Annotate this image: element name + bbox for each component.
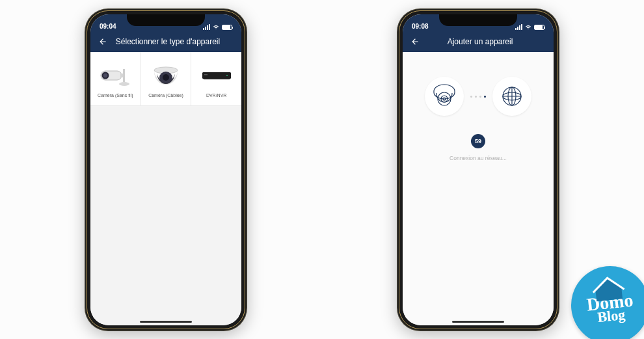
battery-icon — [222, 25, 232, 30]
status-time: 09:04 — [100, 23, 116, 30]
svg-point-2 — [103, 73, 107, 77]
page-title: Sélectionner le type d'appareil — [101, 37, 235, 46]
home-indicator[interactable] — [452, 321, 504, 323]
tile-camera-wireless[interactable]: Caméra (Sans fil) — [90, 52, 141, 105]
phone-right: 09:08 Ajouter un appareil — [397, 8, 559, 331]
wifi-icon — [213, 25, 219, 30]
wifi-icon — [525, 25, 531, 30]
tile-dvr-nvr[interactable]: DVR/NVR — [191, 52, 241, 105]
signal-icon — [515, 24, 522, 30]
globe-icon — [492, 77, 531, 116]
camera-bullet-icon — [97, 61, 133, 89]
notch — [127, 14, 205, 26]
connection-illustration — [425, 77, 531, 116]
camera-dome-icon — [150, 61, 182, 89]
content-area: 59 Connexion au réseau... — [403, 52, 554, 325]
page-title: Ajouter un appareil — [413, 37, 547, 46]
phones-container: 09:04 Sélectionner le type d'appareil — [0, 0, 644, 331]
phone-left: 09:04 Sélectionner le type d'appareil — [85, 8, 247, 331]
house-icon — [589, 273, 628, 303]
dvr-icon — [198, 61, 235, 89]
tile-camera-wired[interactable]: Caméra (Câblée) — [141, 52, 191, 105]
nav-bar: Sélectionner le type d'appareil — [90, 31, 241, 52]
tile-label: DVR/NVR — [205, 93, 228, 98]
svg-rect-4 — [123, 69, 125, 82]
screen-left: 09:04 Sélectionner le type d'appareil — [90, 14, 241, 325]
screen-right: 09:08 Ajouter un appareil — [403, 14, 554, 325]
watermark-line2: Blog — [597, 308, 626, 325]
tile-label: Caméra (Câblée) — [147, 93, 185, 98]
svg-rect-12 — [204, 79, 230, 79]
home-indicator[interactable] — [140, 321, 192, 323]
connection-status-text: Connexion au réseau... — [449, 155, 507, 161]
svg-point-5 — [119, 82, 129, 86]
status-icons — [203, 24, 232, 30]
svg-rect-10 — [204, 74, 208, 75]
countdown-timer: 59 — [471, 134, 485, 148]
signal-icon — [203, 24, 210, 30]
notch — [439, 14, 517, 26]
svg-point-8 — [163, 74, 169, 81]
progress-dots — [470, 96, 486, 98]
content-area: Caméra (Sans fil) Caméra — [90, 52, 241, 325]
battery-icon — [534, 25, 544, 30]
status-time: 09:08 — [412, 23, 429, 30]
tile-label: Caméra (Sans fil) — [96, 93, 134, 98]
device-type-grid: Caméra (Sans fil) Caméra — [90, 52, 241, 106]
device-dome-icon — [425, 77, 464, 116]
svg-point-11 — [226, 75, 228, 76]
status-icons — [515, 24, 544, 30]
nav-bar: Ajouter un appareil — [403, 31, 554, 52]
